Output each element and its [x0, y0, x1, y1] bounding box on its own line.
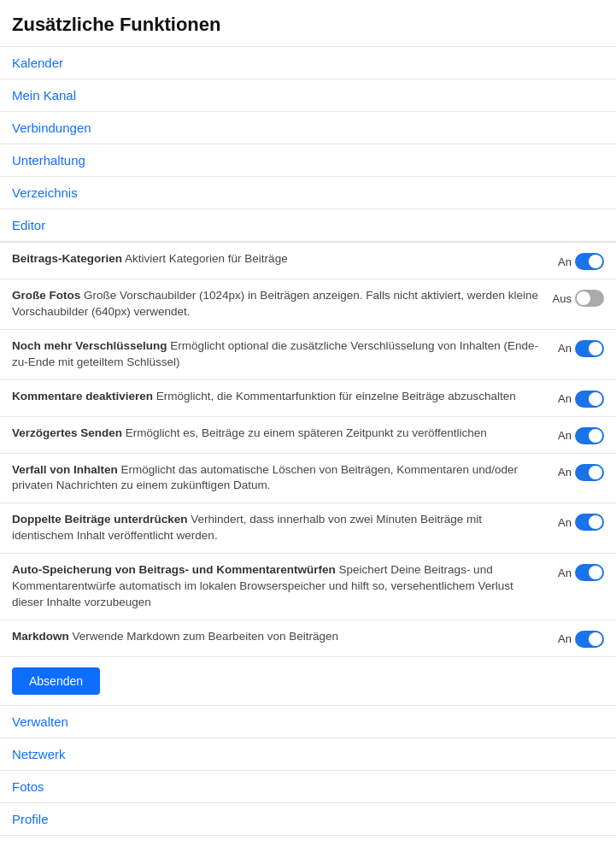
toggle-label-3: An	[558, 392, 572, 405]
toggle-btn-2[interactable]	[575, 340, 604, 357]
settings-list: Beitrags-Kategorien Aktiviert Kategorien…	[0, 242, 616, 657]
nav-fotos[interactable]: Fotos	[0, 770, 616, 802]
nav-editor[interactable]: Editor	[0, 209, 616, 242]
setting-markdown: Markdown Verwende Markdown zum Bearbeite…	[0, 620, 616, 657]
setting-beitrags-kategorien: Beitrags-Kategorien Aktiviert Kategorien…	[0, 242, 616, 279]
toggle-btn-5[interactable]	[575, 464, 604, 481]
nav-verwalten[interactable]: Verwalten	[0, 705, 616, 737]
page-title: Zusätzliche Funktionen	[0, 0, 616, 46]
nav-mein-kanal[interactable]: Mein Kanal	[0, 79, 616, 111]
setting-desc-8: Verwende Markdown zum Bearbeiten von Bei…	[73, 630, 338, 643]
toggle-btn-1[interactable]	[575, 290, 604, 307]
setting-desc-text-0: Aktiviert Kategorien für Beiträge	[125, 252, 288, 265]
setting-kommentare: Kommentare deaktivieren Ermöglicht, die …	[0, 379, 616, 416]
nav-unterhaltung[interactable]: Unterhaltung	[0, 144, 616, 176]
setting-verschluesselung: Noch mehr Verschlüsselung Ermöglicht opt…	[0, 329, 616, 379]
toggle-btn-0[interactable]	[575, 253, 604, 270]
setting-name-4: Verzögertes Senden	[12, 426, 122, 439]
setting-name-1: Große Fotos	[12, 289, 80, 302]
toggle-btn-7[interactable]	[575, 564, 604, 581]
toggle-btn-8[interactable]	[575, 631, 604, 648]
setting-desc-4: Ermöglicht es, Beiträge zu einem spätere…	[126, 426, 487, 439]
nav-verbindungen[interactable]: Verbindungen	[0, 111, 616, 144]
nav-bottom: Verwalten Netzwerk Fotos Profile	[0, 705, 616, 836]
toggle-btn-4[interactable]	[575, 427, 604, 444]
setting-verfall: Verfall von Inhalten Ermöglicht das auto…	[0, 453, 616, 503]
setting-auto-speicherung: Auto-Speicherung von Beitrags- und Komme…	[0, 553, 616, 620]
nav-verzeichnis[interactable]: Verzeichnis	[0, 176, 616, 209]
setting-name-0: Beitrags-Kategorien	[12, 252, 122, 265]
toggle-label-0: An	[558, 256, 572, 268]
setting-grosse-fotos: Große Fotos Große Vorschaubilder (1024px…	[0, 279, 616, 329]
toggle-label-2: An	[558, 342, 572, 355]
setting-name-8: Markdown	[12, 630, 69, 643]
nav-kalender[interactable]: Kalender	[0, 46, 616, 79]
toggle-label-6: An	[558, 516, 572, 529]
setting-name-3: Kommentare deaktivieren	[12, 390, 153, 402]
setting-name-2: Noch mehr Verschlüsselung	[12, 339, 167, 352]
setting-name-7: Auto-Speicherung von Beitrags- und Komme…	[12, 563, 336, 576]
setting-desc-3: Ermöglicht, die Kommentarfunktion für ei…	[156, 390, 516, 402]
toggle-label-1: Aus	[553, 292, 572, 305]
setting-desc-1: Große Vorschaubilder (1024px) in Beiträg…	[12, 289, 538, 318]
nav-top: Kalender Mein Kanal Verbindungen Unterha…	[0, 46, 616, 242]
toggle-label-8: An	[558, 632, 572, 645]
toggle-label-7: An	[558, 567, 572, 579]
toggle-label-5: An	[558, 466, 572, 479]
submit-button[interactable]: Absenden	[12, 667, 100, 695]
setting-name-6: Doppelte Beiträge unterdrücken	[12, 513, 188, 526]
nav-profile[interactable]: Profile	[0, 802, 616, 836]
toggle-btn-3[interactable]	[575, 391, 604, 408]
setting-verzoegertes-senden: Verzögertes Senden Ermöglicht es, Beiträ…	[0, 416, 616, 453]
setting-name-5: Verfall von Inhalten	[12, 463, 118, 476]
toggle-btn-6[interactable]	[575, 514, 604, 531]
toggle-label-4: An	[558, 429, 572, 442]
setting-doppelte-beitraege: Doppelte Beiträge unterdrücken Verhinder…	[0, 502, 616, 553]
nav-netzwerk[interactable]: Netzwerk	[0, 737, 616, 770]
